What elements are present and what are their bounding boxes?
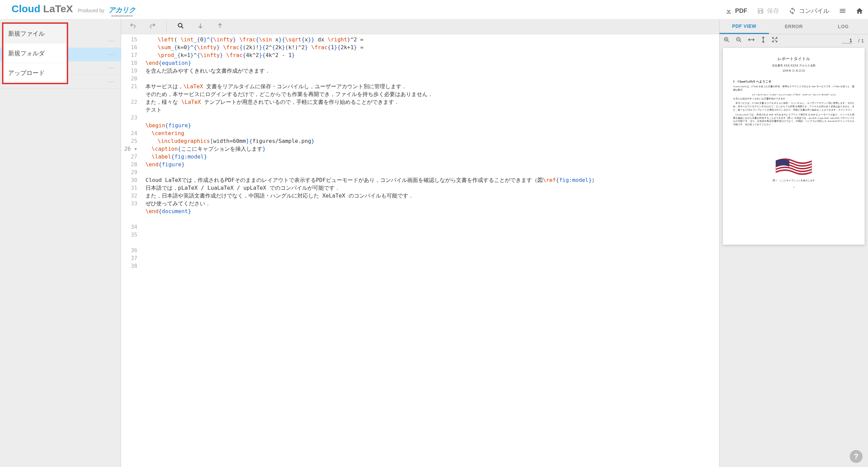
fit-width-icon[interactable] (748, 37, 755, 43)
more-icon[interactable]: ⋮ (111, 65, 112, 71)
code-body[interactable]: \left( \int_{0}^{\infty} \frac{\sin x}{\… (143, 34, 719, 467)
compile-label: コンパイル (799, 7, 829, 15)
pdf-tabs: PDF VIEW ERROR LOG (719, 19, 868, 34)
help-icon: ? (854, 452, 858, 461)
pdf-page-total: / 1 (858, 38, 864, 43)
file-tree-panel: 新規ファイル 新規フォルダ アップロード ⋮ ⋮ ⋮ ⋮ (0, 19, 121, 467)
pdf-toolbar: / 1 (719, 34, 868, 46)
context-menu: 新規ファイル 新規フォルダ アップロード (2, 22, 68, 84)
up-button[interactable] (213, 21, 227, 32)
redo-icon (149, 22, 157, 31)
context-new-file[interactable]: 新規ファイル (3, 24, 67, 43)
brand-latex: LaTeX (40, 3, 73, 14)
tab-error[interactable]: ERROR (769, 19, 818, 34)
arrow-up-icon (217, 22, 223, 31)
fit-height-icon[interactable] (761, 36, 766, 44)
more-icon[interactable]: ⋮ (111, 38, 112, 44)
brand-logo[interactable]: Cloud LaTeX Produced by アカリク academy&rec… (12, 3, 136, 19)
brand-acaric: アカリク (108, 5, 136, 15)
pdf-date: 2018 年 11 月 23 日 (733, 69, 854, 73)
topbar: Cloud LaTeX Produced by アカリク academy&rec… (0, 0, 868, 19)
pdf-p2: を含んだ読みやすくきれいな文書作成ができます． (733, 97, 854, 101)
topbar-actions: PDF 保存 コンパイル (725, 7, 863, 19)
tab-log[interactable]: LOG (818, 19, 868, 34)
sync-icon (789, 7, 796, 15)
save-button[interactable]: 保存 (757, 7, 779, 15)
pdf-page-input[interactable] (842, 37, 852, 43)
brand-cloud: Cloud (12, 3, 40, 14)
pdf-p3: 本サービスは，LᴬTᴇX 文書をリアルタイムに保存・コンパイルし，ユーザーアカウ… (733, 102, 854, 112)
save-label: 保存 (767, 7, 779, 15)
pdf-p4: Cloud LaTeX では，作成される PDF そのままのレイアウトで表示する… (733, 113, 854, 127)
pdf-equation: π/2 = (∫₀^∞ sin x / √x dx)² = Σₖ₌₀^∞ (2k… (733, 93, 854, 96)
pdf-caption: 図 1 ここにキャプションを挿入します (733, 179, 854, 182)
flag-image-icon (775, 158, 812, 177)
editor-panel: 15161718192021 22 23 242526 ▾27282930313… (121, 19, 719, 467)
home-button[interactable] (856, 7, 863, 15)
menu-icon (839, 7, 846, 15)
pdf-download-label: PDF (735, 7, 747, 15)
search-icon (177, 22, 184, 31)
svg-point-0 (178, 23, 182, 27)
tab-pdfview[interactable]: PDF VIEW (719, 19, 769, 34)
more-icon[interactable]: ⋮ (111, 79, 112, 85)
pdf-pagenum: 1 (733, 186, 854, 188)
redo-button[interactable] (145, 21, 160, 32)
pdf-figure (775, 157, 812, 178)
save-icon (757, 7, 764, 15)
search-button[interactable] (174, 21, 188, 32)
down-button[interactable] (193, 21, 208, 32)
pdf-viewport[interactable]: レポートタイトル 学生番号 XXX-XXXX アカリク太郎 2018 年 11 … (719, 46, 868, 467)
arrow-down-icon (197, 22, 204, 31)
line-gutter: 15161718192021 22 23 242526 ▾27282930313… (121, 34, 143, 467)
pdf-p1: Cloud LaTeX は，LᴬTᴇX を使った文書の作成・管理をクラウド上で行… (733, 85, 854, 92)
more-icon[interactable]: ⋮ (111, 52, 112, 58)
pdf-title: レポートタイトル (733, 56, 854, 62)
pdf-author: 学生番号 XXX-XXXX アカリク太郎 (733, 64, 854, 68)
undo-button[interactable] (126, 21, 140, 32)
context-upload[interactable]: アップロード (3, 63, 67, 83)
download-icon (725, 7, 732, 15)
help-button[interactable]: ? (850, 450, 863, 463)
brand-acaric-sub: academy&recruitment (112, 15, 133, 17)
editor-toolbar (121, 19, 719, 34)
compile-button[interactable]: コンパイル (789, 7, 829, 15)
home-icon (856, 7, 863, 15)
zoom-out-icon[interactable] (736, 37, 742, 44)
expand-icon[interactable] (772, 37, 778, 44)
zoom-in-icon[interactable] (724, 37, 730, 44)
pdf-page: レポートタイトル 学生番号 XXX-XXXX アカリク太郎 2018 年 11 … (723, 48, 865, 245)
pdf-panel: PDF VIEW ERROR LOG / 1 レポートタイトル 学生番号 XXX… (719, 19, 868, 467)
pdf-download-button[interactable]: PDF (725, 7, 747, 15)
pdf-h1: 1 Cloud LaTeX へようこそ (733, 79, 854, 84)
undo-icon (129, 22, 137, 31)
brand-producedby: Produced by (78, 8, 104, 13)
menu-button[interactable] (839, 7, 846, 15)
code-editor[interactable]: 15161718192021 22 23 242526 ▾27282930313… (121, 34, 719, 467)
context-new-folder[interactable]: 新規フォルダ (3, 43, 67, 63)
